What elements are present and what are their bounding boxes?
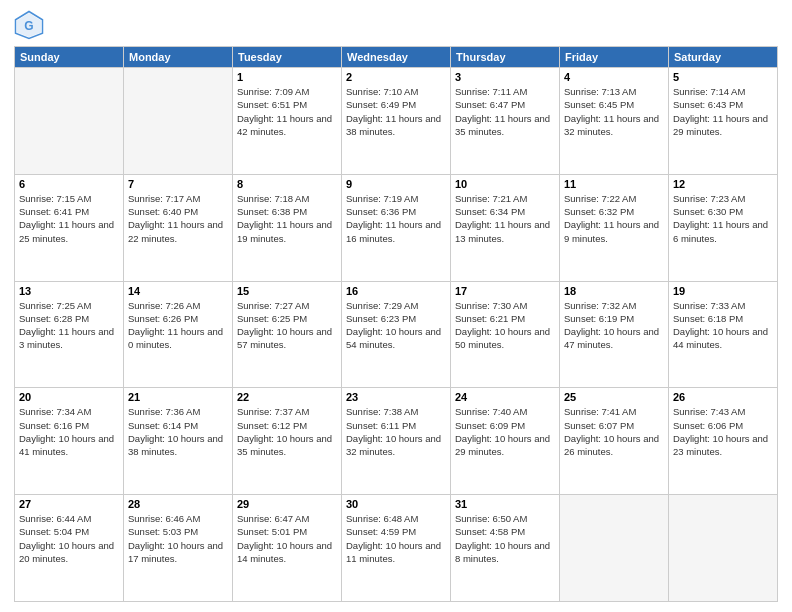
day-number: 11 [564, 178, 664, 190]
calendar-day-header: Wednesday [342, 47, 451, 68]
calendar-day-header: Friday [560, 47, 669, 68]
day-number: 22 [237, 391, 337, 403]
day-info: Sunrise: 7:22 AMSunset: 6:32 PMDaylight:… [564, 193, 659, 244]
calendar-cell [560, 495, 669, 602]
calendar-cell: 31 Sunrise: 6:50 AMSunset: 4:58 PMDaylig… [451, 495, 560, 602]
day-info: Sunrise: 6:46 AMSunset: 5:03 PMDaylight:… [128, 513, 223, 564]
calendar-cell: 9 Sunrise: 7:19 AMSunset: 6:36 PMDayligh… [342, 174, 451, 281]
day-number: 8 [237, 178, 337, 190]
day-info: Sunrise: 7:36 AMSunset: 6:14 PMDaylight:… [128, 406, 223, 457]
calendar-cell: 30 Sunrise: 6:48 AMSunset: 4:59 PMDaylig… [342, 495, 451, 602]
calendar-cell: 22 Sunrise: 7:37 AMSunset: 6:12 PMDaylig… [233, 388, 342, 495]
calendar-day-header: Saturday [669, 47, 778, 68]
calendar-cell: 17 Sunrise: 7:30 AMSunset: 6:21 PMDaylig… [451, 281, 560, 388]
day-number: 4 [564, 71, 664, 83]
calendar-cell: 13 Sunrise: 7:25 AMSunset: 6:28 PMDaylig… [15, 281, 124, 388]
day-number: 3 [455, 71, 555, 83]
calendar-cell: 7 Sunrise: 7:17 AMSunset: 6:40 PMDayligh… [124, 174, 233, 281]
day-number: 24 [455, 391, 555, 403]
day-info: Sunrise: 7:29 AMSunset: 6:23 PMDaylight:… [346, 300, 441, 351]
day-number: 13 [19, 285, 119, 297]
day-number: 18 [564, 285, 664, 297]
day-number: 30 [346, 498, 446, 510]
calendar-day-header: Sunday [15, 47, 124, 68]
day-number: 2 [346, 71, 446, 83]
day-info: Sunrise: 7:21 AMSunset: 6:34 PMDaylight:… [455, 193, 550, 244]
calendar-cell: 4 Sunrise: 7:13 AMSunset: 6:45 PMDayligh… [560, 68, 669, 175]
day-info: Sunrise: 7:19 AMSunset: 6:36 PMDaylight:… [346, 193, 441, 244]
calendar-cell [669, 495, 778, 602]
day-number: 1 [237, 71, 337, 83]
calendar-cell: 18 Sunrise: 7:32 AMSunset: 6:19 PMDaylig… [560, 281, 669, 388]
day-info: Sunrise: 7:37 AMSunset: 6:12 PMDaylight:… [237, 406, 332, 457]
day-number: 19 [673, 285, 773, 297]
day-info: Sunrise: 7:14 AMSunset: 6:43 PMDaylight:… [673, 86, 768, 137]
calendar-cell: 11 Sunrise: 7:22 AMSunset: 6:32 PMDaylig… [560, 174, 669, 281]
day-number: 15 [237, 285, 337, 297]
day-number: 17 [455, 285, 555, 297]
calendar-cell: 21 Sunrise: 7:36 AMSunset: 6:14 PMDaylig… [124, 388, 233, 495]
day-info: Sunrise: 7:33 AMSunset: 6:18 PMDaylight:… [673, 300, 768, 351]
calendar-cell [15, 68, 124, 175]
day-info: Sunrise: 7:17 AMSunset: 6:40 PMDaylight:… [128, 193, 223, 244]
day-info: Sunrise: 7:15 AMSunset: 6:41 PMDaylight:… [19, 193, 114, 244]
day-number: 7 [128, 178, 228, 190]
page: G SundayMondayTuesdayWednesdayThursdayFr… [0, 0, 792, 612]
day-info: Sunrise: 7:23 AMSunset: 6:30 PMDaylight:… [673, 193, 768, 244]
day-number: 28 [128, 498, 228, 510]
day-number: 6 [19, 178, 119, 190]
day-info: Sunrise: 6:44 AMSunset: 5:04 PMDaylight:… [19, 513, 114, 564]
header: G [14, 10, 778, 40]
calendar-cell: 26 Sunrise: 7:43 AMSunset: 6:06 PMDaylig… [669, 388, 778, 495]
day-number: 10 [455, 178, 555, 190]
day-number: 16 [346, 285, 446, 297]
calendar-week-row: 6 Sunrise: 7:15 AMSunset: 6:41 PMDayligh… [15, 174, 778, 281]
calendar-cell: 10 Sunrise: 7:21 AMSunset: 6:34 PMDaylig… [451, 174, 560, 281]
day-info: Sunrise: 7:10 AMSunset: 6:49 PMDaylight:… [346, 86, 441, 137]
calendar-header-row: SundayMondayTuesdayWednesdayThursdayFrid… [15, 47, 778, 68]
day-info: Sunrise: 7:43 AMSunset: 6:06 PMDaylight:… [673, 406, 768, 457]
day-info: Sunrise: 7:40 AMSunset: 6:09 PMDaylight:… [455, 406, 550, 457]
day-number: 29 [237, 498, 337, 510]
day-info: Sunrise: 6:47 AMSunset: 5:01 PMDaylight:… [237, 513, 332, 564]
calendar-week-row: 1 Sunrise: 7:09 AMSunset: 6:51 PMDayligh… [15, 68, 778, 175]
day-info: Sunrise: 7:26 AMSunset: 6:26 PMDaylight:… [128, 300, 223, 351]
day-number: 26 [673, 391, 773, 403]
calendar-cell: 8 Sunrise: 7:18 AMSunset: 6:38 PMDayligh… [233, 174, 342, 281]
day-info: Sunrise: 7:38 AMSunset: 6:11 PMDaylight:… [346, 406, 441, 457]
calendar-day-header: Tuesday [233, 47, 342, 68]
day-info: Sunrise: 6:50 AMSunset: 4:58 PMDaylight:… [455, 513, 550, 564]
calendar-cell: 14 Sunrise: 7:26 AMSunset: 6:26 PMDaylig… [124, 281, 233, 388]
day-info: Sunrise: 7:34 AMSunset: 6:16 PMDaylight:… [19, 406, 114, 457]
calendar-cell: 25 Sunrise: 7:41 AMSunset: 6:07 PMDaylig… [560, 388, 669, 495]
calendar-cell: 1 Sunrise: 7:09 AMSunset: 6:51 PMDayligh… [233, 68, 342, 175]
calendar-cell: 15 Sunrise: 7:27 AMSunset: 6:25 PMDaylig… [233, 281, 342, 388]
day-info: Sunrise: 7:30 AMSunset: 6:21 PMDaylight:… [455, 300, 550, 351]
day-number: 25 [564, 391, 664, 403]
day-info: Sunrise: 7:13 AMSunset: 6:45 PMDaylight:… [564, 86, 659, 137]
calendar-cell: 5 Sunrise: 7:14 AMSunset: 6:43 PMDayligh… [669, 68, 778, 175]
day-number: 23 [346, 391, 446, 403]
calendar-week-row: 20 Sunrise: 7:34 AMSunset: 6:16 PMDaylig… [15, 388, 778, 495]
day-info: Sunrise: 7:32 AMSunset: 6:19 PMDaylight:… [564, 300, 659, 351]
day-number: 5 [673, 71, 773, 83]
calendar-cell: 19 Sunrise: 7:33 AMSunset: 6:18 PMDaylig… [669, 281, 778, 388]
day-info: Sunrise: 7:41 AMSunset: 6:07 PMDaylight:… [564, 406, 659, 457]
day-info: Sunrise: 7:11 AMSunset: 6:47 PMDaylight:… [455, 86, 550, 137]
calendar: SundayMondayTuesdayWednesdayThursdayFrid… [14, 46, 778, 602]
day-info: Sunrise: 7:27 AMSunset: 6:25 PMDaylight:… [237, 300, 332, 351]
calendar-cell: 6 Sunrise: 7:15 AMSunset: 6:41 PMDayligh… [15, 174, 124, 281]
calendar-week-row: 27 Sunrise: 6:44 AMSunset: 5:04 PMDaylig… [15, 495, 778, 602]
calendar-cell: 28 Sunrise: 6:46 AMSunset: 5:03 PMDaylig… [124, 495, 233, 602]
day-info: Sunrise: 7:25 AMSunset: 6:28 PMDaylight:… [19, 300, 114, 351]
calendar-cell: 27 Sunrise: 6:44 AMSunset: 5:04 PMDaylig… [15, 495, 124, 602]
calendar-cell: 29 Sunrise: 6:47 AMSunset: 5:01 PMDaylig… [233, 495, 342, 602]
svg-text:G: G [24, 19, 33, 33]
calendar-cell: 20 Sunrise: 7:34 AMSunset: 6:16 PMDaylig… [15, 388, 124, 495]
calendar-day-header: Thursday [451, 47, 560, 68]
calendar-cell: 16 Sunrise: 7:29 AMSunset: 6:23 PMDaylig… [342, 281, 451, 388]
calendar-cell: 2 Sunrise: 7:10 AMSunset: 6:49 PMDayligh… [342, 68, 451, 175]
logo-icon: G [14, 10, 44, 40]
calendar-cell: 12 Sunrise: 7:23 AMSunset: 6:30 PMDaylig… [669, 174, 778, 281]
day-number: 12 [673, 178, 773, 190]
